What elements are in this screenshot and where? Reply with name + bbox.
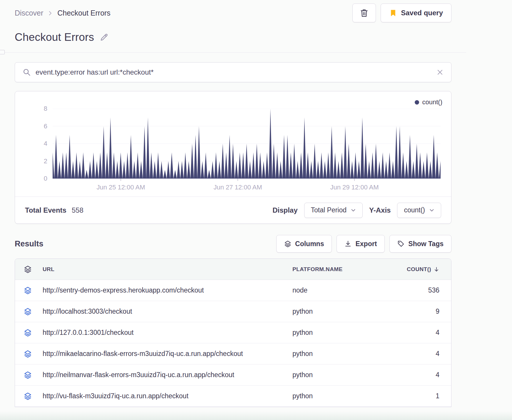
url-cell[interactable]: http://sentry-demos-express.herokuapp.co… [43,286,292,294]
stack-icon [24,371,32,379]
count-header-label: COUNT() [407,266,431,273]
results-heading: Results [15,239,43,248]
table-row[interactable]: http://sentry-demos-express.herokuapp.co… [15,280,451,301]
trash-icon [360,9,369,17]
page-divider [0,52,466,53]
chart-y-axis: 02468 [15,109,47,179]
y-axis-tick-label: 0 [44,175,47,182]
table-row[interactable]: http://neilmanvar-flask-errors-m3uuizd7i… [15,364,451,386]
url-cell[interactable]: http://neilmanvar-flask-errors-m3uuizd7i… [43,371,292,379]
title-row: Checkout Errors [15,31,451,43]
display-dropdown[interactable]: Total Period [304,203,363,218]
bookmark-icon [389,9,397,17]
url-cell[interactable]: http://127.0.0.1:3001/checkout [43,329,292,337]
stack-icon [24,329,32,337]
saved-query-button[interactable]: Saved query [381,4,451,22]
total-events: Total Events 558 [25,206,83,214]
x-axis-tick-label: Jun 29 12:00 AM [330,184,379,191]
search-icon [23,68,31,76]
table-row[interactable]: http://vu-flask-m3uuizd7iq-uc.a.run.app/… [15,386,451,407]
legend-dot-icon [415,100,419,105]
total-events-label: Total Events [25,206,66,214]
sort-descending-icon [434,266,439,272]
chevron-down-icon [351,208,356,213]
results-actions: Columns Export Show Tags [276,235,451,253]
columns-button[interactable]: Columns [276,235,332,253]
column-header-platform[interactable]: PLATFORM.NAME [292,266,384,273]
show-tags-button[interactable]: Show Tags [389,235,451,253]
table-row[interactable]: http://mikaelacarino-flask-errors-m3uuiz… [15,343,451,364]
count-cell: 9 [384,308,439,315]
results-table: URL PLATFORM.NAME COUNT() http://sentry-… [15,258,451,407]
stack-icon [24,308,32,315]
breadcrumb-discover-link[interactable]: Discover [15,9,43,17]
count-cell: 4 [384,329,439,337]
url-cell[interactable]: http://mikaelacarino-flask-errors-m3uuiz… [43,350,292,358]
platform-cell: node [292,286,384,294]
column-header-count[interactable]: COUNT() [384,266,439,273]
table-row[interactable]: http://127.0.0.1:3001/checkout python 4 [15,322,451,343]
platform-cell: python [292,329,384,337]
page-title: Checkout Errors [15,31,94,43]
display-dropdown-value: Total Period [311,206,347,214]
saved-query-label: Saved query [401,9,443,17]
stack-icon [24,350,32,358]
table-header-row: URL PLATFORM.NAME COUNT() [15,259,451,280]
y-axis-tick-label: 6 [44,122,47,130]
top-actions: Saved query [352,4,451,22]
y-axis-tick-label: 4 [44,140,47,147]
download-icon [344,240,352,247]
events-chart-panel: count() 02468 Jun 25 12:00 AMJun 27 12:0… [15,91,451,224]
count-cell: 1 [384,392,439,400]
chart-plot[interactable] [53,109,441,182]
count-cell: 4 [384,350,439,358]
columns-button-label: Columns [295,240,324,248]
chart-footer: Total Events 558 Display Total Period Y-… [15,196,451,224]
column-header-url[interactable]: URL [43,266,292,273]
platform-cell: python [292,350,384,358]
table-row[interactable]: http://localhost:3003/checkout python 9 [15,301,451,322]
chart-legend[interactable]: count() [415,98,442,106]
url-cell[interactable]: http://vu-flask-m3uuizd7iq-uc.a.run.app/… [43,392,292,400]
stack-icon [24,286,32,294]
legend-label: count() [422,98,442,106]
tag-icon [397,240,404,247]
edit-columns-icon[interactable] [24,265,32,273]
chart-x-axis: Jun 25 12:00 AMJun 27 12:00 AMJun 29 12:… [53,184,441,191]
chart-controls: Display Total Period Y-Axis count() [272,203,441,218]
search-bar[interactable]: event.type:error has:url url:*checkout* [15,62,451,82]
count-cell: 536 [384,286,439,294]
platform-cell: python [292,392,384,400]
platform-cell: python [292,308,384,315]
clear-search-icon[interactable] [436,69,444,76]
x-axis-tick-label: Jun 27 12:00 AM [213,184,262,191]
top-bar: Discover Checkout Errors Saved query [15,0,451,22]
stack-icon [24,392,32,400]
columns-stack-icon [284,240,291,247]
export-button-label: Export [355,240,377,248]
table-body: http://sentry-demos-express.herokuapp.co… [15,280,451,407]
discover-page: Discover Checkout Errors Saved query [15,0,451,407]
y-axis-dropdown[interactable]: count() [397,203,441,218]
display-label: Display [272,206,297,214]
delete-query-button[interactable] [352,4,376,22]
show-tags-button-label: Show Tags [408,240,444,248]
y-axis-label: Y-Axis [369,206,391,214]
y-axis-tick-label: 8 [44,105,47,112]
results-header: Results Columns Export [15,235,451,253]
sidebar-collapse-handle[interactable] [0,50,5,54]
count-cell: 4 [384,371,439,379]
platform-cell: python [292,371,384,379]
x-axis-tick-label: Jun 25 12:00 AM [96,184,145,191]
edit-pencil-icon[interactable] [99,33,109,42]
search-query-input[interactable]: event.type:error has:url url:*checkout* [36,68,432,76]
url-cell[interactable]: http://localhost:3003/checkout [43,308,292,315]
total-events-value: 558 [72,206,83,214]
y-axis-dropdown-value: count() [404,206,425,214]
breadcrumb: Discover Checkout Errors [15,9,111,17]
breadcrumb-current: Checkout Errors [57,9,111,17]
chevron-down-icon [429,208,434,213]
export-button[interactable]: Export [337,235,385,253]
chevron-right-icon [47,10,53,16]
bottom-fade [0,411,512,420]
